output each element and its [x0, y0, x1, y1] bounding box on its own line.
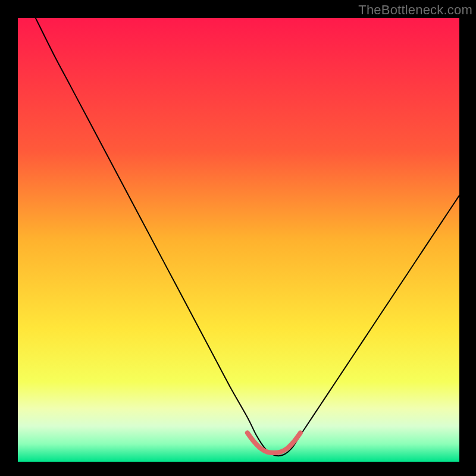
gradient-background: [18, 18, 459, 462]
chart-frame: TheBottleneck.com: [0, 0, 476, 476]
chart-plot-area: [18, 18, 459, 462]
chart-svg: [18, 18, 459, 462]
watermark-text: TheBottleneck.com: [358, 2, 472, 18]
